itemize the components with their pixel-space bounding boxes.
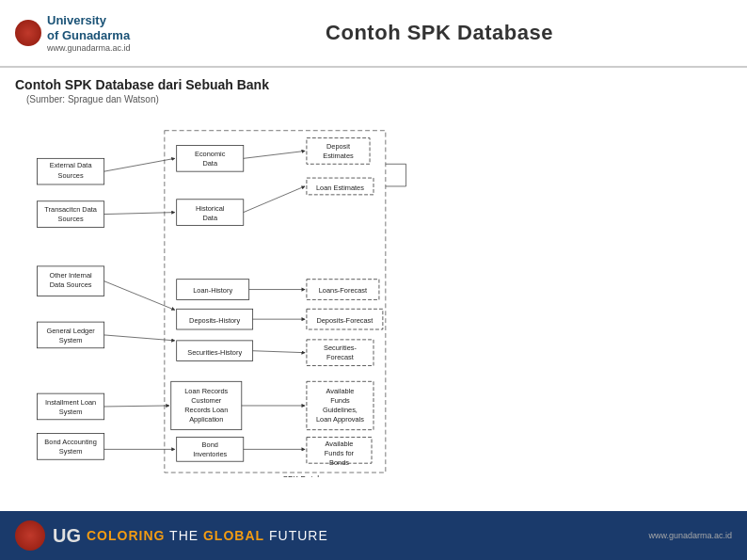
svg-text:Estimates: Estimates bbox=[323, 152, 354, 160]
svg-text:Application: Application bbox=[189, 415, 223, 424]
diagram-svg: External Data Sources Transacitcn Data S… bbox=[16, 110, 731, 477]
svg-line-68 bbox=[244, 186, 305, 213]
svg-text:External Data: External Data bbox=[50, 161, 93, 169]
footer-coloring: COLORING bbox=[87, 528, 165, 543]
page-title: Contoh SPK Database bbox=[147, 21, 732, 45]
svg-text:Securities-History: Securities-History bbox=[187, 348, 242, 357]
svg-text:Data: Data bbox=[202, 214, 218, 222]
svg-text:Loan Approvals: Loan Approvals bbox=[316, 415, 364, 424]
logo-url: www.gunadarma.ac.id bbox=[47, 43, 131, 53]
footer-logo-icon bbox=[15, 520, 45, 551]
svg-text:Funds: Funds bbox=[330, 396, 350, 405]
logo-line1: University bbox=[47, 13, 131, 28]
header: University of Gunadarma www.gunadarma.ac… bbox=[0, 0, 747, 68]
svg-text:Bonds: Bonds bbox=[329, 458, 349, 467]
svg-text:Installment Loan: Installment Loan bbox=[45, 398, 96, 407]
footer-tagline: COLORING THE GLOBAL FUTURE bbox=[87, 528, 328, 543]
svg-text:Sources: Sources bbox=[58, 171, 84, 180]
footer-url: www.gunadarma.ac.id bbox=[648, 531, 732, 540]
svg-text:Loan Records: Loan Records bbox=[184, 387, 228, 395]
svg-text:System: System bbox=[59, 336, 83, 344]
svg-text:Deposits-Forecast: Deposits-Forecast bbox=[316, 316, 373, 325]
svg-text:Guidelines,: Guidelines, bbox=[323, 406, 358, 414]
svg-text:Bond: Bond bbox=[202, 440, 218, 449]
svg-text:Available: Available bbox=[326, 440, 354, 448]
svg-line-65 bbox=[104, 406, 169, 407]
svg-line-71 bbox=[253, 351, 305, 353]
logo-icon bbox=[15, 20, 41, 46]
svg-text:Data Sources: Data Sources bbox=[50, 280, 92, 289]
footer-future: FUTURE bbox=[264, 528, 328, 543]
diagram-area: External Data Sources Transacitcn Data S… bbox=[16, 110, 731, 477]
svg-text:Deposits-History: Deposits-History bbox=[189, 316, 241, 325]
svg-text:Loans-Forecast: Loans-Forecast bbox=[319, 287, 367, 296]
svg-text:Data: Data bbox=[202, 159, 218, 168]
main-content: Contoh SPK Database dari Sebuah Bank (Su… bbox=[0, 68, 747, 511]
footer-the: THE bbox=[165, 528, 203, 543]
svg-text:Other Internal: Other Internal bbox=[50, 271, 93, 280]
svg-text:General Ledger: General Ledger bbox=[46, 327, 95, 335]
svg-text:Forecast: Forecast bbox=[326, 353, 354, 361]
footer: UG COLORING THE GLOBAL FUTURE www.gunada… bbox=[0, 511, 747, 560]
svg-text:Loan Estimates: Loan Estimates bbox=[316, 184, 364, 192]
svg-text:SPK Database: SPK Database bbox=[282, 474, 334, 477]
svg-text:Deposit: Deposit bbox=[326, 142, 350, 151]
svg-text:Transacitcn Data: Transacitcn Data bbox=[44, 205, 97, 214]
svg-text:Records Loan: Records Loan bbox=[184, 406, 228, 414]
logo-area: University of Gunadarma www.gunadarma.ac… bbox=[15, 13, 147, 52]
svg-text:Sources: Sources bbox=[58, 215, 84, 223]
svg-text:System: System bbox=[59, 447, 83, 456]
logo-line2: of Gunadarma bbox=[47, 28, 131, 43]
svg-text:Funds for: Funds for bbox=[325, 449, 355, 457]
svg-text:Loan-History: Loan-History bbox=[193, 287, 232, 296]
svg-text:Customer: Customer bbox=[191, 396, 222, 405]
footer-ug-text: UG bbox=[53, 525, 81, 547]
section-title: Contoh SPK Database dari Sebuah Bank bbox=[15, 77, 732, 92]
svg-text:System: System bbox=[59, 408, 83, 416]
svg-text:Historical: Historical bbox=[196, 204, 225, 213]
svg-text:Available: Available bbox=[326, 387, 355, 395]
footer-global: GLOBAL bbox=[203, 528, 264, 543]
svg-line-67 bbox=[244, 151, 305, 158]
svg-text:Securities-: Securities- bbox=[324, 344, 357, 352]
section-source: (Sumber: Sprague dan Watson) bbox=[26, 94, 732, 104]
svg-text:Inventories: Inventories bbox=[193, 450, 227, 458]
svg-text:Bond Accounting: Bond Accounting bbox=[44, 438, 96, 446]
svg-text:Economic: Economic bbox=[195, 150, 226, 158]
